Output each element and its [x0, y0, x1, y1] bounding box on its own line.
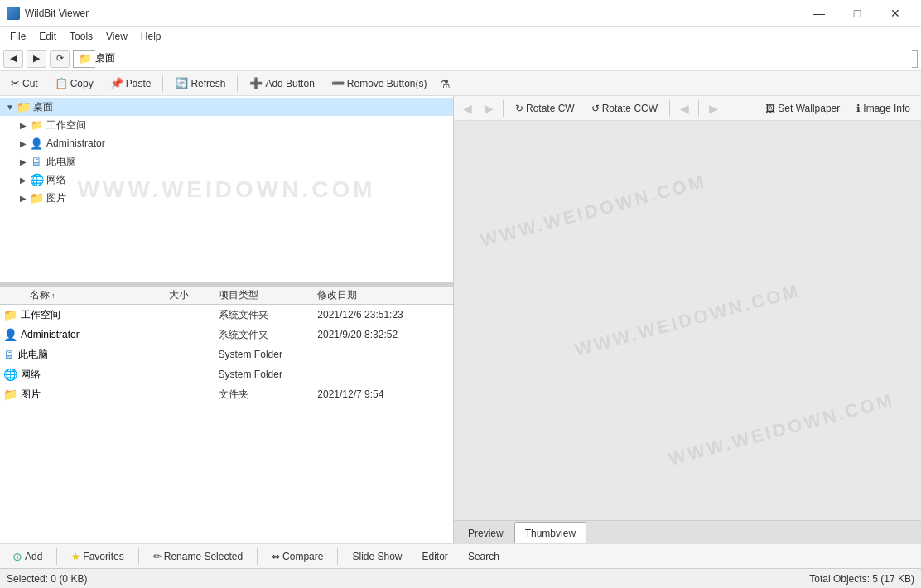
tree-item-workspace[interactable]: ▶ 📁 工作空间 [0, 116, 453, 134]
address-input[interactable]: 桌面 [95, 50, 912, 68]
file-row-3-type: System Folder [219, 369, 318, 380]
refresh-icon: 🔄 [175, 77, 188, 89]
right-toolbar-sep-1 [503, 100, 504, 117]
rotate-ccw-button[interactable]: ↺ Rotate CCW [584, 99, 665, 118]
tree-expand-admin[interactable]: ▶ [17, 137, 30, 150]
forward-button[interactable]: ▶ [27, 50, 46, 68]
menu-help[interactable]: Help [134, 29, 168, 44]
toolbar-separator-1 [162, 75, 163, 92]
right-panel: ◀ ▶ ↻ Rotate CW ↺ Rotate CCW ◀ ▶ 🖼 Set W… [454, 96, 921, 543]
refresh-label: Refresh [190, 78, 225, 89]
menu-tools[interactable]: Tools [63, 29, 99, 44]
compare-button[interactable]: ⇔ Compare [264, 547, 330, 566]
toolbar-separator-2 [237, 75, 238, 92]
add-action-label: Add [25, 551, 42, 562]
preview-area: WWW.WEIDOWN.COM WWW.WEIDOWN.COM WWW.WEID… [454, 121, 921, 520]
rotate-cw-button[interactable]: ↻ Rotate CW [508, 99, 582, 118]
maximize-button[interactable]: □ [838, 0, 876, 27]
file-row-3[interactable]: 🌐 网络 System Folder [0, 364, 453, 384]
desktop-folder-icon: 📁 [17, 101, 30, 113]
compare-icon: ⇔ [272, 551, 280, 562]
reload-button[interactable]: ⟳ [50, 50, 70, 68]
tree-expand-network[interactable]: ▶ [17, 173, 30, 186]
search-label: Search [468, 551, 499, 562]
rename-icon: ✏ [153, 551, 162, 562]
preview-watermark-2: WWW.WEIDOWN.COM [572, 280, 803, 361]
menu-view[interactable]: View [99, 29, 134, 44]
tree-expand-desktop[interactable]: ▼ [3, 100, 17, 113]
add-button-icon: ➕ [249, 77, 263, 89]
tree-item-administrator[interactable]: ▶ 👤 Administrator [0, 134, 453, 152]
tree-expand-workspace[interactable]: ▶ [17, 118, 30, 132]
title-bar-controls: — □ ✕ [800, 0, 914, 27]
file-row-3-icon: 🌐 [3, 368, 17, 381]
file-row-4[interactable]: 📁 图片 文件夹 2021/12/7 9:54 [0, 384, 453, 404]
file-row-2[interactable]: 🖥 此电脑 System Folder [0, 345, 453, 364]
set-wallpaper-label: Set Wallpaper [778, 103, 840, 114]
file-row-0[interactable]: 📁 工作空间 系统文件夹 2021/12/6 23:51:23 [0, 305, 453, 325]
col-size[interactable]: 大小 [169, 287, 219, 304]
image-info-button[interactable]: ℹ Image Info [849, 99, 918, 118]
file-row-0-icon: 📁 [3, 308, 17, 321]
rotate-cw-label: Rotate CW [526, 103, 575, 114]
tree-expand-pictures[interactable]: ▶ [17, 191, 30, 205]
cut-button[interactable]: ✂ Cut [3, 74, 46, 94]
file-row-0-name: 📁 工作空间 [3, 308, 169, 322]
col-type[interactable]: 项目类型 [219, 287, 318, 304]
tab-thumbview[interactable]: Thumbview [514, 522, 586, 543]
pictures-folder-icon: 📁 [30, 192, 43, 204]
copy-button[interactable]: 📋 Copy [47, 74, 101, 94]
preview-watermark-3: WWW.WEIDOWN.COM [666, 389, 896, 470]
info-icon: ℹ [856, 103, 861, 114]
close-button[interactable]: ✕ [876, 0, 914, 27]
editor-button[interactable]: Editor [415, 547, 456, 566]
tab-preview[interactable]: Preview [457, 522, 514, 543]
menu-file[interactable]: File [3, 29, 32, 44]
favorites-button[interactable]: ★ Favorites [64, 547, 131, 566]
next-page-button[interactable]: ▶ [703, 99, 723, 118]
paste-button[interactable]: 📌 Paste [103, 74, 159, 94]
file-row-1-name: 👤 Administrator [3, 328, 169, 341]
add-button-button[interactable]: ➕ Add Button [242, 74, 321, 94]
tree-item-pictures[interactable]: ▶ 📁 图片 [0, 189, 453, 207]
file-row-4-date: 2021/12/7 9:54 [317, 388, 450, 400]
minimize-button[interactable]: — [800, 0, 838, 27]
paste-label: Paste [126, 78, 152, 89]
editor-label: Editor [422, 551, 448, 562]
bottom-sep-3 [257, 548, 258, 565]
wallpaper-icon: 🖼 [765, 103, 775, 114]
next-image-button[interactable]: ▶ [479, 99, 499, 118]
rotate-ccw-icon: ↺ [591, 103, 600, 114]
set-wallpaper-button[interactable]: 🖼 Set Wallpaper [758, 99, 847, 118]
back-button[interactable]: ◀ [3, 50, 23, 68]
bottom-sep-1 [56, 548, 57, 565]
cut-icon: ✂ [11, 77, 20, 89]
slideshow-button[interactable]: Slide Show [345, 547, 409, 566]
file-row-1[interactable]: 👤 Administrator 系统文件夹 2021/9/20 8:32:52 [0, 325, 453, 345]
address-bar: ◀ ▶ ⟳ 📁 桌面 [0, 46, 921, 71]
col-date[interactable]: 修改日期 [317, 287, 450, 304]
file-list: 名称 ↑ 大小 项目类型 修改日期 📁 工作空间 [0, 287, 453, 543]
refresh-button[interactable]: 🔄 Refresh [167, 74, 233, 94]
remove-button-label: Remove Button(s) [347, 78, 427, 89]
tree-expand-thispc[interactable]: ▶ [17, 155, 30, 168]
network-folder-icon: 🌐 [30, 174, 43, 186]
tree-item-desktop[interactable]: ▼ 📁 桌面 [0, 98, 453, 116]
remove-button-icon: ➖ [331, 77, 345, 89]
prev-page-button[interactable]: ◀ [674, 99, 694, 118]
tree-label-desktop: 桌面 [33, 100, 53, 114]
right-tab-bar: Preview Thumbview [454, 520, 921, 543]
rename-button[interactable]: ✏ Rename Selected [146, 547, 250, 566]
add-action-button[interactable]: ⊕ Add [5, 547, 50, 566]
remove-button-button[interactable]: ➖ Remove Button(s) [324, 74, 435, 94]
slideshow-label: Slide Show [352, 551, 402, 562]
tree-item-thispc[interactable]: ▶ 🖥 此电脑 [0, 152, 453, 171]
cut-label: Cut [22, 78, 38, 89]
prev-image-button[interactable]: ◀ [457, 99, 477, 118]
paste-icon: 📌 [110, 77, 123, 89]
right-toolbar-sep-2 [669, 100, 670, 117]
col-name[interactable]: 名称 ↑ [3, 287, 169, 304]
tree-item-network[interactable]: ▶ 🌐 网络 [0, 171, 453, 189]
menu-edit[interactable]: Edit [32, 29, 63, 44]
search-button[interactable]: Search [460, 547, 507, 566]
